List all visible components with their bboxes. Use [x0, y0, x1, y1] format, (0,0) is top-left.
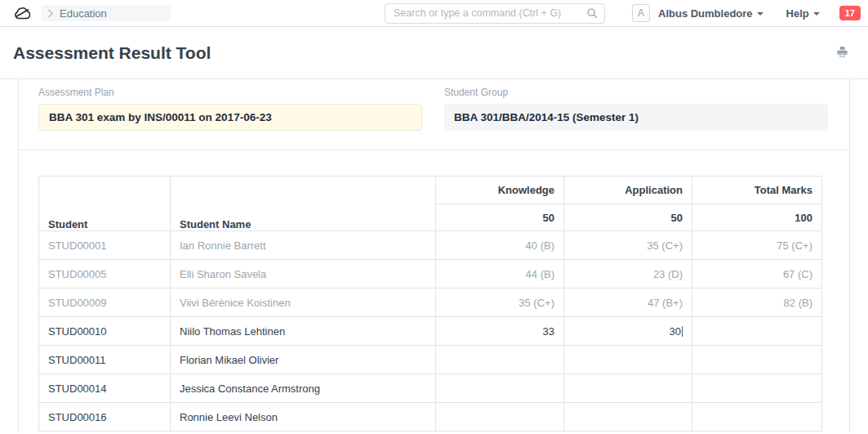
page-title: Assessment Result Tool [13, 43, 211, 63]
application-cell: 35 (C+) [564, 231, 692, 260]
navbar: Education A Albus Dumbledore Help 17 [0, 0, 868, 27]
knowledge-cell[interactable] [436, 403, 564, 432]
student-name-cell: Niilo Thomas Lehtinen [171, 317, 436, 346]
knowledge-cell: 35 (C+) [436, 289, 564, 317]
student-group-value[interactable]: BBA 301/BBA/2014-15 (Semester 1) [444, 104, 828, 131]
table-row: STUD00016 Ronnie Leevi Nelson [39, 403, 822, 432]
avatar[interactable]: A [632, 4, 650, 22]
student-id-cell: STUD00005 [39, 260, 171, 289]
student-id-cell: STUD00001 [39, 231, 171, 260]
student-group-label: Student Group [444, 87, 828, 98]
knowledge-cell: 44 (B) [436, 260, 564, 289]
col-header-knowledge: Knowledge [436, 177, 564, 204]
printer-icon [836, 48, 848, 60]
table-row: STUD00005 Elli Sharon Savela 44 (B) 23 (… [39, 260, 822, 289]
print-button[interactable] [836, 47, 848, 58]
total-marks-cell: 75 (C+) [692, 231, 822, 260]
col-header-application: Application [564, 177, 692, 204]
filters-section: Assessment Plan BBA 301 exam by INS/0001… [19, 79, 849, 150]
table-row: STUD00014 Jessica Constance Armstrong [39, 374, 822, 403]
col-header-total-marks: Total Marks [692, 177, 822, 204]
search-input[interactable] [385, 3, 605, 24]
text-cursor [682, 326, 683, 337]
chevron-right-icon [45, 8, 56, 19]
table-row: STUD00009 Viivi Bérénice Koistinen 35 (C… [39, 289, 822, 317]
col-header-student-name: Student Name [171, 177, 436, 231]
chevron-down-icon [813, 12, 820, 16]
application-cell[interactable] [564, 403, 692, 432]
application-value: 30 [670, 325, 681, 338]
application-cell: 23 (D) [564, 260, 692, 289]
results-grid-section: Student Student Name Knowledge Applicati… [19, 150, 849, 432]
student-name-cell: Viivi Bérénice Koistinen [171, 289, 436, 317]
student-id-cell: STUD00014 [39, 374, 171, 403]
knowledge-cell[interactable] [436, 346, 564, 374]
form-container: Assessment Plan BBA 301 exam by INS/0001… [18, 79, 850, 433]
knowledge-value: 33 [543, 325, 554, 338]
search-icon [586, 7, 598, 22]
total-marks-cell [692, 403, 822, 432]
global-search [385, 3, 605, 24]
assessment-plan-value[interactable]: BBA 301 exam by INS/00011 on 2017-06-23 [38, 104, 422, 131]
max-score-knowledge: 50 [436, 204, 564, 231]
application-cell[interactable] [564, 374, 692, 403]
student-id-cell: STUD00009 [39, 289, 171, 317]
knowledge-cell: 40 (B) [436, 231, 564, 260]
total-marks-cell: 67 (C) [692, 260, 822, 289]
knowledge-cell[interactable] [436, 374, 564, 403]
table-row: STUD00001 Ian Ronnie Barrett 40 (B) 35 (… [39, 231, 822, 260]
student-id-cell: STUD00016 [39, 403, 171, 432]
total-marks-cell [692, 374, 822, 403]
student-name-cell: Ian Ronnie Barrett [171, 231, 436, 260]
student-group-field: Student Group BBA 301/BBA/2014-15 (Semes… [444, 87, 828, 150]
student-name-cell: Jessica Constance Armstrong [171, 374, 436, 403]
student-name-cell: Elli Sharon Savela [171, 260, 436, 289]
application-cell[interactable]: 30 [564, 317, 692, 346]
page-head: Assessment Result Tool [0, 27, 868, 79]
total-marks-cell [692, 317, 822, 346]
app-logo-cloud-icon[interactable] [13, 7, 32, 20]
total-marks-cell [692, 346, 822, 374]
table-row: STUD00010 Niilo Thomas Lehtinen 33 30 [39, 317, 822, 346]
breadcrumb-item-education[interactable]: Education [60, 7, 107, 20]
student-name-cell: Florian Mikael Olivier [171, 346, 436, 374]
assessment-plan-field: Assessment Plan BBA 301 exam by INS/0001… [38, 87, 422, 150]
col-header-student: Student [39, 177, 171, 231]
total-marks-cell: 82 (B) [692, 289, 822, 317]
help-menu[interactable]: Help [786, 7, 820, 20]
user-menu[interactable]: Albus Dumbledore [658, 7, 763, 20]
student-name-cell: Ronnie Leevi Nelson [171, 403, 436, 432]
results-table: Student Student Name Knowledge Applicati… [38, 176, 822, 432]
assessment-plan-label: Assessment Plan [38, 87, 422, 98]
max-score-application: 50 [564, 204, 692, 231]
application-cell: 47 (B+) [564, 289, 692, 317]
user-name-label: Albus Dumbledore [658, 7, 753, 20]
notifications-badge[interactable]: 17 [839, 6, 861, 20]
chevron-down-icon [757, 12, 763, 16]
table-row: STUD00011 Florian Mikael Olivier [39, 346, 822, 374]
max-score-total: 100 [692, 204, 822, 231]
student-id-cell: STUD00011 [39, 346, 171, 374]
student-id-cell: STUD00010 [39, 317, 171, 346]
knowledge-cell[interactable]: 33 [436, 317, 564, 346]
help-label: Help [786, 7, 809, 20]
breadcrumb: Education [42, 5, 171, 21]
application-cell[interactable] [564, 346, 692, 374]
